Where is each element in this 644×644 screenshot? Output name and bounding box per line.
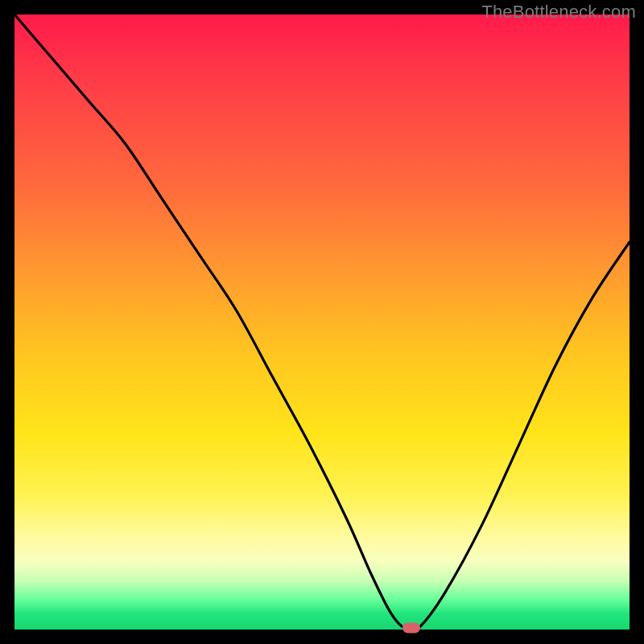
- chart-frame: TheBottleneck.com: [0, 0, 644, 644]
- plot-area: [14, 14, 630, 630]
- watermark-text: TheBottleneck.com: [481, 2, 636, 23]
- bottleneck-minimum-marker: [402, 622, 420, 633]
- bottleneck-curve: [14, 14, 630, 630]
